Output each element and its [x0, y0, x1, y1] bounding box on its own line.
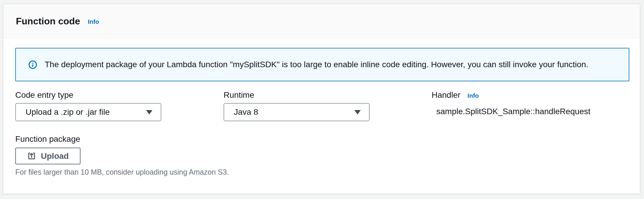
handler-info-link[interactable]: Info	[467, 92, 479, 99]
panel-info-link[interactable]: Info	[88, 18, 99, 25]
chevron-down-icon	[146, 110, 152, 114]
handler-input[interactable]: sample.SplitSDK_Sample::handleRequest	[436, 107, 591, 116]
function-package-label: Function package	[15, 134, 80, 144]
info-circle-icon	[28, 60, 37, 69]
upload-button[interactable]: Upload	[15, 148, 80, 164]
panel-title: Function code	[16, 4, 80, 38]
handler-label-row: Handler Info	[432, 90, 479, 100]
runtime-value: Java 8	[234, 107, 258, 117]
upload-button-label: Upload	[41, 151, 69, 161]
panel-header: Function code Info	[3, 4, 640, 38]
code-entry-type-label: Code entry type	[15, 90, 73, 100]
handler-label: Handler	[432, 90, 460, 100]
lambda-function-code-page: Function code Info The deployment packag…	[0, 0, 644, 199]
chevron-down-icon	[354, 110, 361, 114]
function-code-panel: Function code Info The deployment packag…	[3, 4, 640, 194]
runtime-label: Runtime	[224, 90, 254, 100]
code-entry-type-value: Upload a .zip or .jar file	[26, 107, 110, 117]
upload-hint: For files larger than 10 MB, consider up…	[15, 168, 229, 176]
info-alert: The deployment package of your Lambda fu…	[15, 48, 629, 81]
code-entry-type-select[interactable]: Upload a .zip or .jar file	[15, 103, 161, 121]
runtime-select[interactable]: Java 8	[224, 103, 370, 121]
upload-icon	[27, 151, 36, 161]
panel-body: The deployment package of your Lambda fu…	[3, 38, 640, 194]
alert-message: The deployment package of your Lambda fu…	[45, 60, 588, 69]
